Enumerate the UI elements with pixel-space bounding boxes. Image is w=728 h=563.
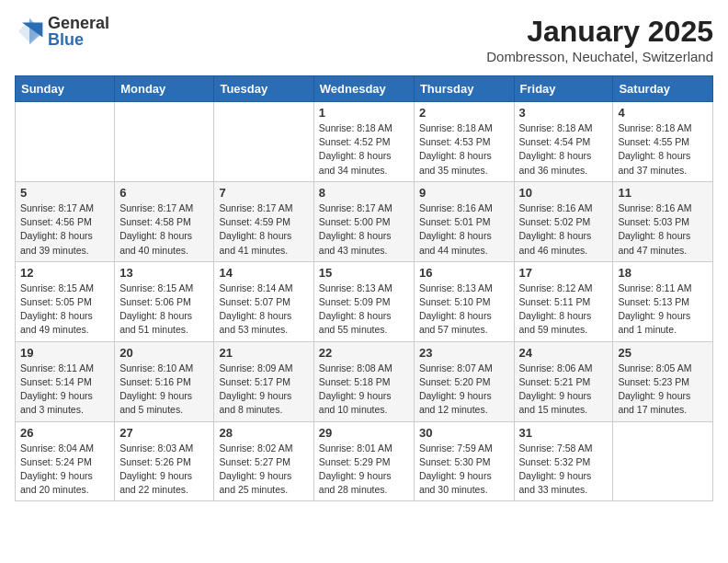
day-number: 12 — [20, 266, 109, 280]
logo-icon — [15, 17, 44, 46]
day-cell: 14Sunrise: 8:14 AM Sunset: 5:07 PM Dayli… — [214, 261, 313, 341]
day-cell: 28Sunrise: 8:02 AM Sunset: 5:27 PM Dayli… — [214, 421, 313, 501]
day-cell — [115, 102, 214, 182]
day-number: 15 — [319, 266, 409, 280]
day-cell: 29Sunrise: 8:01 AM Sunset: 5:29 PM Dayli… — [313, 421, 414, 501]
day-cell: 6Sunrise: 8:17 AM Sunset: 4:58 PM Daylig… — [115, 181, 214, 261]
day-info: Sunrise: 8:16 AM Sunset: 5:01 PM Dayligh… — [419, 201, 509, 258]
day-info: Sunrise: 8:18 AM Sunset: 4:53 PM Dayligh… — [419, 121, 509, 178]
day-info: Sunrise: 7:59 AM Sunset: 5:30 PM Dayligh… — [419, 442, 509, 498]
day-info: Sunrise: 8:13 AM Sunset: 5:09 PM Dayligh… — [319, 282, 409, 338]
day-number: 13 — [119, 266, 209, 280]
day-info: Sunrise: 8:17 AM Sunset: 5:00 PM Dayligh… — [319, 201, 409, 258]
day-info: Sunrise: 8:18 AM Sunset: 4:52 PM Dayligh… — [319, 121, 409, 178]
day-number: 28 — [219, 426, 308, 440]
day-info: Sunrise: 7:58 AM Sunset: 5:32 PM Dayligh… — [519, 442, 609, 498]
location: Dombresson, Neuchatel, Switzerland — [486, 49, 713, 64]
day-cell: 10Sunrise: 8:16 AM Sunset: 5:02 PM Dayli… — [514, 181, 613, 261]
day-number: 6 — [119, 186, 209, 200]
day-cell: 27Sunrise: 8:03 AM Sunset: 5:26 PM Dayli… — [115, 421, 214, 501]
weekday-header-saturday: Saturday — [613, 76, 713, 102]
day-number: 19 — [20, 346, 109, 360]
month-title: January 2025 — [486, 15, 713, 49]
day-info: Sunrise: 8:09 AM Sunset: 5:17 PM Dayligh… — [219, 362, 308, 418]
day-cell: 18Sunrise: 8:11 AM Sunset: 5:13 PM Dayli… — [613, 261, 713, 341]
day-number: 8 — [319, 186, 409, 200]
day-cell: 8Sunrise: 8:17 AM Sunset: 5:00 PM Daylig… — [313, 181, 414, 261]
day-number: 10 — [519, 186, 609, 200]
day-info: Sunrise: 8:11 AM Sunset: 5:14 PM Dayligh… — [20, 362, 109, 418]
day-number: 17 — [519, 266, 609, 280]
day-info: Sunrise: 8:15 AM Sunset: 5:05 PM Dayligh… — [20, 282, 109, 338]
day-number: 23 — [419, 346, 509, 360]
day-cell: 5Sunrise: 8:17 AM Sunset: 4:56 PM Daylig… — [16, 181, 115, 261]
day-cell: 17Sunrise: 8:12 AM Sunset: 5:11 PM Dayli… — [514, 261, 613, 341]
day-number: 9 — [419, 186, 509, 200]
week-row-3: 12Sunrise: 8:15 AM Sunset: 5:05 PM Dayli… — [16, 261, 713, 341]
day-number: 11 — [618, 186, 708, 200]
day-cell — [613, 421, 713, 501]
day-cell — [214, 102, 313, 182]
day-number: 31 — [519, 426, 609, 440]
day-number: 21 — [219, 346, 308, 360]
week-row-1: 1Sunrise: 8:18 AM Sunset: 4:52 PM Daylig… — [16, 102, 713, 182]
day-cell: 16Sunrise: 8:13 AM Sunset: 5:10 PM Dayli… — [414, 261, 514, 341]
day-info: Sunrise: 8:17 AM Sunset: 4:59 PM Dayligh… — [219, 201, 308, 258]
day-info: Sunrise: 8:18 AM Sunset: 4:55 PM Dayligh… — [618, 121, 708, 178]
day-number: 25 — [618, 346, 708, 360]
day-cell: 13Sunrise: 8:15 AM Sunset: 5:06 PM Dayli… — [115, 261, 214, 341]
day-cell: 3Sunrise: 8:18 AM Sunset: 4:54 PM Daylig… — [514, 102, 613, 182]
day-cell: 30Sunrise: 7:59 AM Sunset: 5:30 PM Dayli… — [414, 421, 514, 501]
day-cell: 19Sunrise: 8:11 AM Sunset: 5:14 PM Dayli… — [16, 341, 115, 421]
day-cell: 7Sunrise: 8:17 AM Sunset: 4:59 PM Daylig… — [214, 181, 313, 261]
day-info: Sunrise: 8:13 AM Sunset: 5:10 PM Dayligh… — [419, 282, 509, 338]
day-info: Sunrise: 8:01 AM Sunset: 5:29 PM Dayligh… — [319, 442, 409, 498]
day-cell: 9Sunrise: 8:16 AM Sunset: 5:01 PM Daylig… — [414, 181, 514, 261]
day-number: 18 — [618, 266, 708, 280]
day-info: Sunrise: 8:17 AM Sunset: 4:56 PM Dayligh… — [20, 201, 109, 258]
day-cell: 2Sunrise: 8:18 AM Sunset: 4:53 PM Daylig… — [414, 102, 514, 182]
day-info: Sunrise: 8:16 AM Sunset: 5:02 PM Dayligh… — [519, 201, 609, 258]
day-cell — [16, 102, 115, 182]
weekday-header-tuesday: Tuesday — [214, 76, 313, 102]
title-block: January 2025 Dombresson, Neuchatel, Swit… — [486, 15, 713, 64]
day-cell: 23Sunrise: 8:07 AM Sunset: 5:20 PM Dayli… — [414, 341, 514, 421]
week-row-2: 5Sunrise: 8:17 AM Sunset: 4:56 PM Daylig… — [16, 181, 713, 261]
day-number: 2 — [419, 106, 509, 120]
day-info: Sunrise: 8:16 AM Sunset: 5:03 PM Dayligh… — [618, 201, 708, 258]
day-number: 7 — [219, 186, 308, 200]
day-cell: 15Sunrise: 8:13 AM Sunset: 5:09 PM Dayli… — [313, 261, 414, 341]
day-number: 16 — [419, 266, 509, 280]
calendar-table: SundayMondayTuesdayWednesdayThursdayFrid… — [15, 75, 713, 501]
day-info: Sunrise: 8:15 AM Sunset: 5:06 PM Dayligh… — [119, 282, 209, 338]
day-info: Sunrise: 8:11 AM Sunset: 5:13 PM Dayligh… — [618, 282, 708, 338]
week-row-4: 19Sunrise: 8:11 AM Sunset: 5:14 PM Dayli… — [16, 341, 713, 421]
day-info: Sunrise: 8:07 AM Sunset: 5:20 PM Dayligh… — [419, 362, 509, 418]
day-info: Sunrise: 8:14 AM Sunset: 5:07 PM Dayligh… — [219, 282, 308, 338]
day-info: Sunrise: 8:06 AM Sunset: 5:21 PM Dayligh… — [519, 362, 609, 418]
day-cell: 22Sunrise: 8:08 AM Sunset: 5:18 PM Dayli… — [313, 341, 414, 421]
day-number: 14 — [219, 266, 308, 280]
day-cell: 25Sunrise: 8:05 AM Sunset: 5:23 PM Dayli… — [613, 341, 713, 421]
weekday-header-row: SundayMondayTuesdayWednesdayThursdayFrid… — [16, 76, 713, 102]
day-cell: 20Sunrise: 8:10 AM Sunset: 5:16 PM Dayli… — [115, 341, 214, 421]
week-row-5: 26Sunrise: 8:04 AM Sunset: 5:24 PM Dayli… — [16, 421, 713, 501]
day-number: 20 — [119, 346, 209, 360]
weekday-header-friday: Friday — [514, 76, 613, 102]
day-number: 26 — [20, 426, 109, 440]
logo-general: General — [48, 15, 109, 31]
day-number: 5 — [20, 186, 109, 200]
weekday-header-monday: Monday — [115, 76, 214, 102]
day-cell: 4Sunrise: 8:18 AM Sunset: 4:55 PM Daylig… — [613, 102, 713, 182]
day-cell: 24Sunrise: 8:06 AM Sunset: 5:21 PM Dayli… — [514, 341, 613, 421]
logo-text: General Blue — [48, 15, 109, 48]
day-cell: 12Sunrise: 8:15 AM Sunset: 5:05 PM Dayli… — [16, 261, 115, 341]
day-info: Sunrise: 8:03 AM Sunset: 5:26 PM Dayligh… — [119, 442, 209, 498]
day-info: Sunrise: 8:12 AM Sunset: 5:11 PM Dayligh… — [519, 282, 609, 338]
weekday-header-thursday: Thursday — [414, 76, 514, 102]
day-info: Sunrise: 8:18 AM Sunset: 4:54 PM Dayligh… — [519, 121, 609, 178]
day-cell: 11Sunrise: 8:16 AM Sunset: 5:03 PM Dayli… — [613, 181, 713, 261]
day-cell: 1Sunrise: 8:18 AM Sunset: 4:52 PM Daylig… — [313, 102, 414, 182]
day-number: 1 — [319, 106, 409, 120]
logo-blue: Blue — [48, 31, 109, 48]
